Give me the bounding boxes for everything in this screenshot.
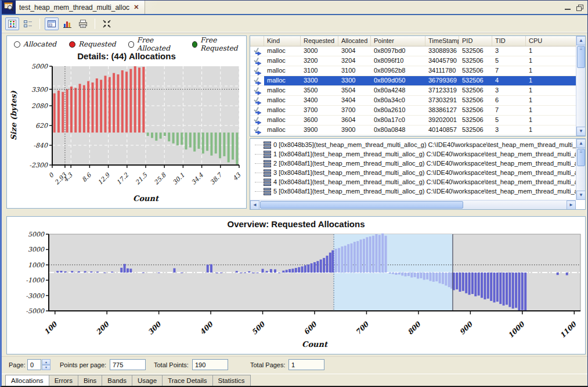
- stack-trace-panel: 0 [0x8048b35](test_heap_mem_thread_multi…: [250, 138, 586, 210]
- list-vertical-scrollbar[interactable]: ▲ ≡ ▼: [576, 139, 585, 200]
- restore-icon[interactable]: [576, 5, 583, 10]
- scroll-up-icon[interactable]: ▲: [576, 36, 586, 45]
- legend-item-free-allocated[interactable]: Free Allocated: [128, 36, 179, 52]
- minimize-icon[interactable]: [565, 5, 571, 10]
- bar-chart-button[interactable]: [60, 17, 74, 30]
- column-header-icon[interactable]: [250, 36, 264, 46]
- column-header-timestamp[interactable]: TimeStamp: [425, 36, 459, 46]
- print-icon: [78, 19, 88, 28]
- overview-requested-allocations-chart[interactable]: 500030001000-1000-3000-50001002003004005…: [7, 230, 585, 354]
- stack-frame-item[interactable]: 4 [0x8048af1](test_heap_mem_thread_multi…: [250, 177, 576, 187]
- tab-errors[interactable]: Errors: [49, 375, 78, 386]
- cell-pointer: 0x809d050: [371, 76, 425, 85]
- overview-window-button[interactable]: [45, 17, 59, 30]
- overview-chart-title: Overview: Requested Allocations: [7, 217, 585, 230]
- cell-pointer: 0x8097bd0: [371, 46, 425, 56]
- cell-allocated: 3300: [338, 76, 371, 85]
- cell-pid: 532506: [459, 66, 492, 76]
- cell-kind: malloc: [264, 56, 301, 66]
- svg-text:-5000: -5000: [26, 307, 45, 315]
- scroll-down-icon[interactable]: ▼: [576, 127, 586, 136]
- tab-bins[interactable]: Bins: [78, 375, 102, 386]
- table-row[interactable]: malloc320032040x8096f103404579053250651: [250, 56, 585, 66]
- tree-connector: [255, 173, 263, 173]
- scroll-thumb[interactable]: ≡: [577, 149, 585, 166]
- column-header-pointer[interactable]: Pointer: [371, 36, 425, 46]
- stack-frame-item[interactable]: 2 [0x8048af1](test_heap_mem_thread_multi…: [250, 159, 576, 168]
- page-spinner[interactable]: ▲ ▼: [42, 359, 50, 370]
- table-row[interactable]: malloc360036040x80a17c03920200153250651: [250, 116, 585, 126]
- cell-requested: 3700: [301, 106, 338, 115]
- fit-to-window-button[interactable]: [100, 17, 114, 30]
- cell-cpu: 1: [526, 86, 576, 95]
- legend-item-requested[interactable]: Requested: [69, 40, 116, 48]
- cell-kind: malloc: [264, 76, 301, 85]
- stack-frame-item[interactable]: 0 [0x8048b35](test_heap_mem_thread_multi…: [250, 140, 576, 149]
- table-row[interactable]: malloc300030040x8097bd03308893653250631: [250, 46, 585, 56]
- scroll-up-icon[interactable]: ▲: [576, 139, 586, 148]
- column-header-tid[interactable]: TID: [492, 36, 526, 46]
- tab-statistics[interactable]: Statistics: [213, 375, 251, 386]
- svg-text:1000: 1000: [28, 261, 45, 269]
- spinner-down-icon[interactable]: ▼: [42, 365, 50, 371]
- cell-kind: malloc: [264, 46, 301, 56]
- table-vertical-scrollbar[interactable]: ▲ ≡ ▼: [576, 36, 585, 136]
- column-header-allocated[interactable]: Allocated: [338, 36, 371, 46]
- scroll-thumb[interactable]: ≡: [577, 46, 585, 68]
- table-row[interactable]: malloc350035040x80a42483712331953250631: [250, 86, 585, 96]
- cell-cpu: 1: [526, 96, 576, 105]
- tab-close-icon[interactable]: ✕: [134, 3, 139, 11]
- legend-item-allocated[interactable]: Allocated: [14, 40, 56, 48]
- cell-allocated: 3004: [338, 46, 371, 56]
- toolbar-separator: [95, 19, 95, 29]
- table-row[interactable]: malloc310031000x80962b83411178053250671: [250, 66, 585, 76]
- view-toolbar: [2, 15, 587, 33]
- legend-radio-icon[interactable]: [14, 41, 20, 48]
- fit-to-window-icon: [102, 19, 111, 28]
- column-header-kind[interactable]: Kind: [264, 36, 301, 46]
- overview-window-icon: [47, 19, 56, 28]
- table-row[interactable]: malloc330033000x809d0503679936953250641: [250, 76, 585, 86]
- grid-layout-button[interactable]: [5, 17, 19, 30]
- tab-allocations[interactable]: Allocations: [5, 375, 49, 386]
- tab-test-heap-mem-thread-multi-alloc[interactable]: test_heap_mem_thread_multi_alloc ✕: [16, 1, 145, 14]
- scroll-down-icon[interactable]: ▼: [576, 191, 586, 200]
- legend-radio-icon[interactable]: [128, 41, 134, 48]
- legend-item-free-requested[interactable]: Free Requested: [192, 36, 246, 52]
- details-allocations-chart[interactable]: 500033002080620-840-230002.934.38.612.91…: [7, 63, 245, 207]
- cell-pid: 532506: [459, 126, 492, 135]
- overview-panel: Overview: Requested Allocations 50003000…: [6, 216, 586, 354]
- table-row[interactable]: malloc390039000x80a08484014085753250631: [250, 126, 585, 135]
- table-row[interactable]: malloc370037000x80a26103838612753250671: [250, 106, 585, 116]
- print-button[interactable]: [76, 17, 90, 30]
- list-horizontal-scrollbar[interactable]: ◄ ►: [250, 200, 576, 209]
- points-per-page-input[interactable]: [110, 359, 146, 370]
- stack-frame-item[interactable]: 5 [0x8048af1](test_heap_mem_thread_multi…: [250, 187, 576, 196]
- column-header-pid[interactable]: PID: [459, 36, 492, 46]
- table-header[interactable]: KindRequestedAllocatedPointerTimeStampPI…: [250, 36, 585, 46]
- table-row[interactable]: malloc340034040x80a34c03730329153250661: [250, 96, 585, 106]
- cell-cpu: 1: [526, 56, 576, 66]
- checklist-button[interactable]: [21, 17, 35, 30]
- cell-timestamp: 34111780: [425, 66, 459, 76]
- scroll-left-icon[interactable]: ◄: [250, 200, 259, 210]
- scroll-thumb[interactable]: [260, 201, 463, 209]
- stack-frame-item[interactable]: 3 [0x8048af1](test_heap_mem_thread_multi…: [250, 168, 576, 177]
- spinner-up-icon[interactable]: ▲: [42, 359, 50, 365]
- malloc-check-arrow-icon: [253, 106, 262, 115]
- column-header-cpu[interactable]: CPU: [526, 36, 576, 46]
- svg-text:0: 0: [47, 171, 55, 179]
- legend-radio-icon[interactable]: [69, 41, 75, 48]
- scroll-right-icon[interactable]: ►: [567, 200, 576, 210]
- tab-trace-details[interactable]: Trace Details: [163, 375, 212, 386]
- svg-text:12.9: 12.9: [96, 171, 111, 186]
- cell-requested: 3400: [301, 96, 338, 105]
- page-input[interactable]: [27, 359, 41, 370]
- column-header-requested[interactable]: Requested: [301, 36, 338, 46]
- stack-frame-item[interactable]: 1 [0x8048af1](test_heap_mem_thread_multi…: [250, 149, 576, 159]
- tab-usage[interactable]: Usage: [132, 375, 163, 386]
- stack-frame-text: 5 [0x8048af1](test_heap_mem_thread_multi…: [273, 188, 576, 195]
- tab-bands[interactable]: Bands: [102, 375, 132, 386]
- svg-text:1100: 1100: [558, 320, 579, 340]
- legend-radio-icon[interactable]: [192, 41, 197, 48]
